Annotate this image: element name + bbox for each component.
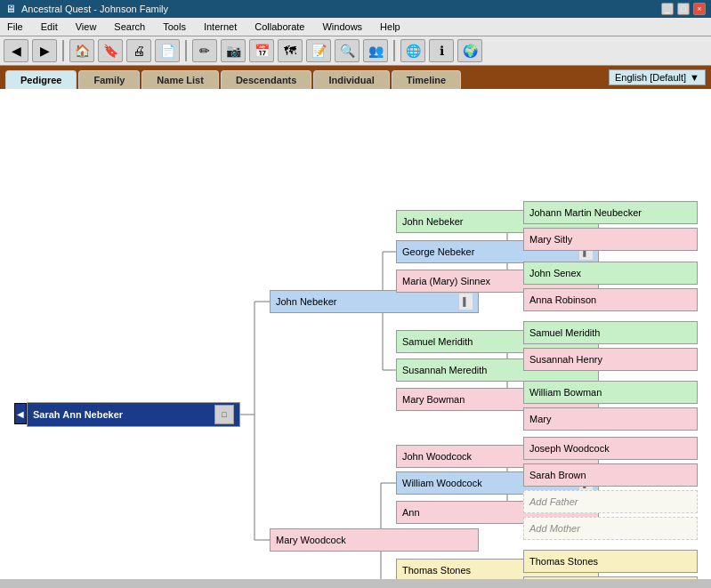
window-titlebar: 🖥 Ancestral Quest - Johnson Family _ □ × bbox=[0, 0, 711, 18]
tab-descendants[interactable]: Descendants bbox=[221, 70, 311, 89]
menu-internet[interactable]: Internet bbox=[200, 20, 240, 34]
file-button[interactable]: 📄 bbox=[155, 39, 180, 62]
tabbar: Pedigree Family Name List Descendants In… bbox=[0, 66, 711, 89]
tab-pedigree[interactable]: Pedigree bbox=[5, 70, 77, 89]
tab-individual[interactable]: Individual bbox=[313, 70, 389, 89]
expand-button[interactable]: □ bbox=[214, 405, 234, 424]
menu-file[interactable]: File bbox=[4, 20, 27, 34]
menu-search[interactable]: Search bbox=[110, 20, 149, 34]
maximize-button[interactable]: □ bbox=[677, 3, 690, 15]
forward-button[interactable]: ▶ bbox=[32, 39, 57, 62]
person-william-bowman[interactable]: William Bowman bbox=[523, 381, 698, 404]
close-button[interactable]: × bbox=[693, 3, 706, 15]
photo-button[interactable]: 📷 bbox=[221, 39, 246, 62]
person-joseph-woodcock[interactable]: Joseph Woodcock bbox=[523, 437, 698, 460]
people-button[interactable]: 👥 bbox=[363, 39, 388, 62]
toolbar-separator-3 bbox=[393, 40, 395, 61]
globe-button[interactable]: 🌍 bbox=[457, 39, 482, 62]
language-label: English [Default] bbox=[615, 72, 686, 83]
tab-namelist[interactable]: Name List bbox=[141, 70, 219, 89]
main-content: ◀Sarah Ann Nebeker□John Nebeker▌Mary Woo… bbox=[0, 89, 711, 579]
person-sarah[interactable]: Sarah Ann Nebeker□ bbox=[27, 402, 240, 427]
person-thomas-stones2[interactable]: Thomas Stones bbox=[523, 550, 698, 573]
person-mary-woodcock[interactable]: Mary Woodcock bbox=[270, 528, 479, 552]
window-title: Ancestral Quest - Johnson Family bbox=[21, 4, 656, 14]
menu-tools[interactable]: Tools bbox=[159, 20, 190, 34]
navigate-left-button[interactable]: ◀ bbox=[14, 403, 27, 424]
search-button[interactable]: 🔍 bbox=[335, 39, 360, 62]
person-johann[interactable]: Johann Martin Neubecker bbox=[523, 201, 698, 224]
expand-marker[interactable]: ▌ bbox=[458, 294, 473, 310]
menu-help[interactable]: Help bbox=[376, 20, 404, 34]
bookmark-button[interactable]: 🔖 bbox=[98, 39, 123, 62]
tab-timeline[interactable]: Timeline bbox=[392, 70, 461, 89]
pedigree-chart: ◀Sarah Ann Nebeker□John Nebeker▌Mary Woo… bbox=[7, 96, 701, 559]
internet-button[interactable]: 🌐 bbox=[400, 39, 425, 62]
notes-button[interactable]: 📝 bbox=[306, 39, 331, 62]
language-selector[interactable]: English [Default] ▼ bbox=[609, 69, 706, 85]
person-elizabeth-poppleton[interactable]: Elizabeth Poppleton bbox=[523, 576, 698, 579]
tab-family[interactable]: Family bbox=[78, 70, 140, 89]
toolbar: ◀ ▶ 🏠 🔖 🖨 📄 ✏ 📷 📅 🗺 📝 🔍 👥 🌐 ℹ 🌍 bbox=[0, 36, 711, 66]
menu-windows[interactable]: Windows bbox=[319, 20, 366, 34]
minimize-button[interactable]: _ bbox=[661, 3, 674, 15]
calendar-button[interactable]: 📅 bbox=[249, 39, 274, 62]
person-susannah-henry[interactable]: Susannah Henry bbox=[523, 348, 698, 371]
person-john-senex[interactable]: John Senex bbox=[523, 262, 698, 285]
menu-view[interactable]: View bbox=[72, 20, 101, 34]
menubar: File Edit View Search Tools Internet Col… bbox=[0, 18, 711, 36]
home-button[interactable]: 🏠 bbox=[69, 39, 94, 62]
person-anna-robinson[interactable]: Anna Robinson bbox=[523, 288, 698, 311]
map-button[interactable]: 🗺 bbox=[278, 39, 303, 62]
person-add-father1[interactable]: Add Father bbox=[523, 490, 698, 513]
person-john-nebeker[interactable]: John Nebeker▌ bbox=[270, 290, 479, 313]
edit-button[interactable]: ✏ bbox=[192, 39, 217, 62]
person-mary-sitly[interactable]: Mary Sitly bbox=[523, 228, 698, 251]
person-mary2[interactable]: Mary bbox=[523, 407, 698, 431]
menu-edit[interactable]: Edit bbox=[37, 20, 61, 34]
person-samuel-meridith2[interactable]: Samuel Meridith bbox=[523, 321, 698, 344]
language-dropdown-icon[interactable]: ▼ bbox=[690, 72, 699, 83]
info-button[interactable]: ℹ bbox=[429, 39, 454, 62]
person-add-mother1[interactable]: Add Mother bbox=[523, 517, 698, 540]
person-sarah-brown[interactable]: Sarah Brown bbox=[523, 463, 698, 487]
back-button[interactable]: ◀ bbox=[4, 39, 28, 62]
window-controls[interactable]: _ □ × bbox=[661, 3, 706, 15]
toolbar-separator-2 bbox=[185, 40, 187, 61]
print-button[interactable]: 🖨 bbox=[126, 39, 151, 62]
toolbar-separator-1 bbox=[62, 40, 64, 61]
menu-collaborate[interactable]: Collaborate bbox=[251, 20, 308, 34]
